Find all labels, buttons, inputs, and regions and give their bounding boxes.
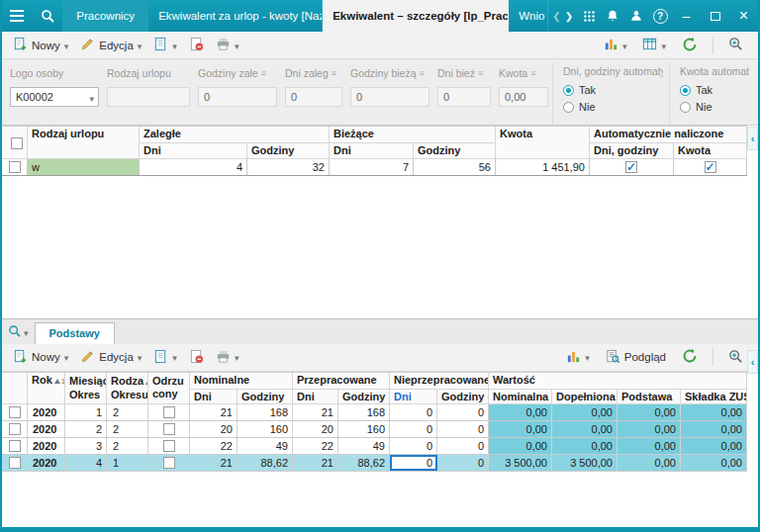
row-checkbox-cell[interactable] [2, 404, 28, 420]
nowy-button[interactable]: Nowy [8, 35, 73, 55]
radio-option-nie[interactable]: Nie [563, 101, 663, 113]
table-row[interactable]: w 4 32 7 56 1 451,90 [2, 159, 747, 176]
cell-miesiac[interactable]: 1 [65, 404, 107, 420]
column-group-wartosc[interactable]: Wartość [489, 373, 747, 390]
collapse-panel-icon[interactable]: ‹ [747, 127, 758, 150]
cell-nominalne-godziny[interactable]: 88,62 [238, 455, 293, 471]
column-header-zalegle-dni[interactable]: Dni [140, 143, 247, 159]
column-header-odrzucony[interactable]: Odrzucony [148, 373, 190, 404]
godziny-zalegle-input[interactable]: 0 [198, 87, 277, 107]
menu-icon[interactable] [2, 0, 33, 32]
table-row[interactable]: 2020 3 2 22 49 22 49 0 0 0,00 0,00 0,00 … [2, 438, 747, 455]
cell-nieprzepracowane-dni[interactable]: 0 [390, 421, 437, 437]
cell-rok[interactable]: 2020 [28, 455, 65, 471]
column-header-nieprzepracowane-godziny[interactable]: Godziny [437, 390, 489, 404]
cell-nominalne-dni[interactable]: 22 [190, 438, 238, 454]
cell-przepracowane-godziny[interactable]: 160 [338, 421, 390, 437]
column-header-podstawa[interactable]: Podstawa [618, 390, 681, 404]
column-header-zalegle-godziny[interactable]: Godziny [247, 143, 330, 159]
column-group-biezace[interactable]: Bieżące [330, 127, 496, 143]
edycja-button[interactable]: Edycja [75, 35, 146, 55]
chart-button[interactable] [599, 35, 632, 55]
cell-wartosc-nominalna[interactable]: 0,00 [489, 421, 552, 437]
panel-search-button[interactable] [6, 324, 35, 344]
field-menu-icon[interactable] [420, 68, 425, 78]
user-icon[interactable] [624, 0, 648, 32]
tab-podstawy[interactable]: Podstawy [35, 322, 115, 344]
field-menu-icon[interactable] [478, 68, 483, 78]
column-header-biezace-dni[interactable]: Dni [330, 143, 414, 159]
cell-rok[interactable]: 2020 [28, 404, 65, 420]
logo-osoby-combobox[interactable]: K00002 [10, 87, 99, 107]
help-icon[interactable] [648, 0, 672, 32]
column-header-auto-kwota[interactable]: Kwota [674, 143, 747, 159]
cell-nieprzepracowane-godziny[interactable]: 0 [437, 455, 489, 471]
cell-nieprzepracowane-godziny[interactable]: 0 [437, 404, 489, 420]
column-header-przepracowane-godziny[interactable]: Godziny [338, 390, 390, 404]
row-checkbox[interactable] [9, 161, 21, 173]
cell-rodzaj-okresu[interactable]: 2 [107, 421, 148, 437]
checkbox[interactable] [163, 440, 175, 452]
cell-rodzaj-okresu[interactable]: 1 [107, 455, 148, 471]
dni-biezace-input[interactable]: 0 [437, 87, 491, 107]
column-header-przepracowane-dni[interactable]: Dni [293, 390, 338, 404]
cell-wartosc-podstawa[interactable]: 0,00 [618, 421, 681, 437]
cell-wartosc-dopelniona[interactable]: 0,00 [552, 438, 618, 454]
cell-przepracowane-godziny[interactable]: 88,62 [338, 455, 390, 471]
delete-button[interactable] [184, 35, 209, 55]
cell-nominalne-godziny[interactable]: 49 [238, 438, 293, 454]
checkbox[interactable] [163, 406, 175, 418]
radio-option-tak[interactable]: Tak [563, 84, 663, 96]
maximize-button[interactable] [701, 0, 729, 32]
cell-wartosc-skladka-zus[interactable]: 0,00 [681, 404, 747, 420]
godziny-biezace-input[interactable]: 0 [350, 87, 429, 107]
print-button[interactable] [211, 347, 244, 368]
cell-biezace-godziny[interactable]: 56 [414, 159, 496, 175]
cell-miesiac[interactable]: 4 [65, 455, 107, 471]
row-checkbox[interactable] [9, 406, 21, 418]
cell-odrzucony[interactable] [148, 421, 190, 437]
apps-grid-icon[interactable] [577, 0, 601, 32]
field-menu-icon[interactable] [261, 68, 266, 78]
row-checkbox-cell[interactable] [2, 159, 28, 175]
collapse-panel-icon[interactable]: ‹ [747, 350, 758, 374]
minimize-button[interactable] [672, 0, 701, 32]
row-checkbox[interactable] [9, 440, 21, 452]
close-button[interactable] [729, 0, 758, 32]
edycja-button[interactable]: Edycja [75, 347, 146, 368]
refresh-button[interactable] [677, 35, 703, 56]
select-all-checkbox-cell[interactable] [2, 127, 28, 159]
columns-button[interactable] [637, 35, 671, 55]
dni-zalegle-input[interactable]: 0 [285, 87, 342, 107]
cell-miesiac[interactable]: 3 [65, 438, 107, 454]
field-menu-icon[interactable] [332, 68, 336, 78]
cell-rodzaj-urlopu[interactable]: w [28, 159, 140, 175]
document-dropdown-button[interactable] [148, 35, 182, 55]
delete-button[interactable] [184, 347, 209, 368]
nowy-button[interactable]: Nowy [8, 347, 73, 368]
zoom-search-button[interactable] [723, 35, 748, 55]
cell-rok[interactable]: 2020 [28, 421, 65, 437]
tab-pracownicy[interactable]: Pracownicy [62, 0, 148, 32]
column-header-miesiac-okres[interactable]: Miesiąc/2Okres [65, 373, 107, 404]
cell-wartosc-dopelniona[interactable]: 0,00 [552, 421, 618, 437]
row-checkbox-cell[interactable] [2, 455, 28, 471]
bell-icon[interactable] [601, 0, 624, 32]
cell-odrzucony[interactable] [148, 455, 190, 471]
column-group-przepracowane[interactable]: Przepracowane [293, 373, 390, 390]
tab-wnioski[interactable]: Wnio [509, 0, 548, 32]
tab-ekwiwalent-szczegoly[interactable]: Ekwiwalent – szczegóły [lp_PracE [323, 0, 509, 32]
column-header-rok[interactable]: Rok1 [28, 373, 65, 404]
cell-nominalne-dni[interactable]: 20 [190, 421, 238, 437]
cell-przepracowane-dni[interactable]: 22 [293, 438, 338, 454]
refresh-button[interactable] [677, 346, 703, 368]
radio-option-nie[interactable]: Nie [680, 101, 758, 113]
table-row[interactable]: 2020 2 2 20 160 20 160 0 0 0,00 0,00 0,0… [2, 421, 747, 438]
cell-zalegle-dni[interactable]: 4 [140, 159, 247, 175]
cell-miesiac[interactable]: 2 [65, 421, 107, 437]
cell-nominalne-godziny[interactable]: 168 [238, 404, 293, 420]
cell-wartosc-dopelniona[interactable]: 0,00 [552, 404, 618, 420]
cell-odrzucony[interactable] [148, 404, 190, 420]
chart-button[interactable] [561, 347, 595, 368]
radio-icon[interactable] [563, 102, 574, 113]
